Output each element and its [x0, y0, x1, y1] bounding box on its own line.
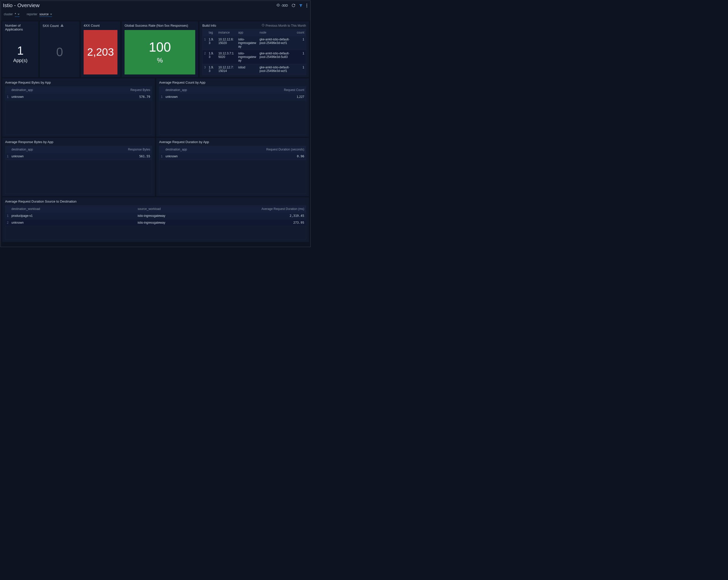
clock-icon [262, 24, 265, 27]
table-row[interactable]: 31.9.310.12.12.7:15014istiodgke-ankit-is… [203, 64, 306, 75]
req-duration-table-wrap[interactable]: destination_app Request Duration (second… [159, 146, 306, 194]
resp-bytes-table: destination_app Response Bytes 1unknown5… [5, 146, 152, 160]
col-dest-app[interactable]: destination_app [10, 146, 119, 153]
dashboard-frame: Istio - Overview -30D cluster * [1, 1, 311, 247]
src-dest-table-wrap[interactable]: destination_workload source_workload Ave… [5, 205, 306, 240]
header-actions: -30D [276, 3, 307, 8]
panel-build-subtitle: Previous Month to This Month [262, 24, 306, 27]
panel-success-title: Global Success Rate (Non 5xx Responses) [124, 24, 196, 27]
table-row[interactable]: 1unknown1,227 [159, 94, 306, 100]
col-node[interactable]: node [258, 29, 293, 36]
svg-rect-4 [62, 25, 62, 26]
table-row[interactable]: 1unknown0.96 [159, 153, 306, 160]
table-row[interactable]: 1unknown576.79 [5, 94, 152, 100]
time-range-label: -30D [281, 4, 288, 7]
panel-4xx-count[interactable]: 4XX Count 2,203 [81, 21, 120, 77]
req-count-table: destination_app Request Count 1unknown1,… [159, 87, 306, 100]
panel-req-duration-title: Average Request Duration by App [159, 140, 306, 144]
table-row[interactable]: 11.9.310.12.12.6:15020istio-ingressgatew… [203, 36, 306, 50]
panel-build-subtitle-text: Previous Month to This Month [266, 24, 306, 27]
table-row[interactable]: 1productpage-v1istio-ingressgateway2,319… [5, 212, 306, 219]
more-menu-button[interactable] [306, 4, 307, 7]
col-tag[interactable]: tag [207, 29, 217, 36]
table-row[interactable]: 2unknownistio-ingressgateway273.95 [5, 219, 306, 226]
panel-req-count[interactable]: Average Request Count by App destination… [156, 78, 309, 137]
page-title: Istio - Overview [3, 2, 276, 8]
panel-req-bytes-title: Average Request Bytes by App [5, 81, 152, 84]
panel-5xx-title-text: 5XX Count [43, 24, 59, 28]
panel-req-bytes[interactable]: Average Request Bytes by App destination… [2, 78, 155, 137]
req-duration-table: destination_app Request Duration (second… [159, 146, 306, 160]
table-row[interactable]: 1unknown561.55 [5, 153, 152, 160]
col-dest-app[interactable]: destination_app [164, 146, 260, 153]
panel-4xx-title: 4XX Count [83, 24, 119, 27]
panel-success-rate[interactable]: Global Success Rate (Non 5xx Responses) … [122, 21, 198, 77]
filter-cluster-label: cluster [4, 12, 13, 16]
refresh-button[interactable] [291, 4, 295, 7]
stat-app-count: 1 App(s) [5, 33, 35, 75]
src-dest-table: destination_workload source_workload Ave… [5, 206, 306, 226]
stat-app-count-value: 1 [17, 45, 24, 57]
row-req-metrics-2: Average Response Bytes by App destinatio… [2, 138, 309, 196]
col-instance[interactable]: instance [217, 29, 237, 36]
svg-point-2 [307, 5, 307, 6]
filter-reporter-label: reporter [27, 12, 37, 16]
table-row[interactable]: 21.9.310.12.3.7:15020istio-ingressgatewa… [203, 50, 306, 64]
table-row[interactable]: 41.9.310.12.3.6:15014istiodgke-ankit-ist… [203, 75, 306, 75]
stat-success-unit: % [157, 56, 163, 64]
dashboard-body: Number of Applications 1 App(s) 5XX Coun… [1, 21, 310, 242]
svg-point-1 [307, 4, 307, 4]
panel-5xx-count[interactable]: 5XX Count 0 [40, 21, 79, 77]
col-app[interactable]: app [237, 29, 258, 36]
req-bytes-table: destination_app Request Bytes 1unknown57… [5, 87, 152, 100]
panel-req-count-title: Average Request Count by App [159, 81, 306, 84]
panel-app-count[interactable]: Number of Applications 1 App(s) [2, 21, 38, 77]
panel-resp-bytes[interactable]: Average Response Bytes by App destinatio… [2, 138, 155, 196]
panel-src-dest-title: Average Request Duration Source to Desti… [5, 200, 306, 203]
stat-success-card: 100 % [125, 30, 195, 75]
col-req-bytes[interactable]: Request Bytes [119, 87, 152, 94]
time-range-picker[interactable]: -30D [276, 3, 288, 8]
resp-bytes-table-wrap[interactable]: destination_app Response Bytes 1unknown5… [5, 146, 152, 194]
stats-row: Number of Applications 1 App(s) 5XX Coun… [2, 21, 309, 77]
svg-point-3 [307, 6, 307, 7]
col-resp-bytes[interactable]: Response Bytes [119, 146, 152, 153]
filter-cluster-value[interactable]: * [15, 12, 20, 17]
row-src-dest: Average Request Duration Source to Desti… [2, 197, 309, 242]
col-avg-duration[interactable]: Average Request Duration (ms) [255, 206, 306, 212]
filter-reporter-value[interactable]: source [40, 12, 52, 17]
filter-cluster: cluster * [4, 12, 20, 17]
col-req-duration[interactable]: Request Duration (seconds) [260, 146, 306, 153]
stat-app-count-unit: App(s) [13, 58, 27, 63]
header-bar: Istio - Overview -30D [1, 1, 310, 9]
panel-src-dest[interactable]: Average Request Duration Source to Desti… [2, 197, 309, 242]
stat-5xx-value: 0 [56, 46, 63, 58]
panel-build-title: Build Info [202, 24, 216, 27]
stat-4xx-card: 2,203 [84, 30, 118, 75]
alert-icon [60, 24, 64, 28]
stat-4xx-value: 2,203 [87, 47, 114, 58]
filter-button[interactable] [299, 4, 303, 7]
filter-bar: cluster * reporter source [1, 9, 310, 20]
panel-req-duration[interactable]: Average Request Duration by App destinat… [156, 138, 309, 196]
stat-5xx: 0 [43, 29, 77, 75]
build-info-table: tag instance app node count 11.9.310.12.… [203, 29, 306, 75]
clock-back-icon [276, 3, 280, 8]
col-src-workload[interactable]: source_workload [136, 206, 255, 212]
filter-reporter: reporter source [27, 12, 52, 17]
panel-app-count-title: Number of Applications [5, 24, 35, 31]
panel-5xx-title: 5XX Count [43, 24, 77, 28]
col-idx [203, 29, 207, 36]
col-dest-app[interactable]: destination_app [164, 87, 273, 94]
col-dest-app[interactable]: destination_app [10, 87, 119, 94]
panel-build-info[interactable]: Build Info Previous Month to This Month … [200, 21, 309, 77]
stat-success-value: 100 [149, 40, 171, 54]
col-dest-workload[interactable]: destination_workload [10, 206, 136, 212]
req-count-table-wrap[interactable]: destination_app Request Count 1unknown1,… [159, 86, 306, 134]
row-req-metrics-1: Average Request Bytes by App destination… [2, 78, 309, 137]
req-bytes-table-wrap[interactable]: destination_app Request Bytes 1unknown57… [5, 86, 152, 134]
build-info-table-wrap[interactable]: tag instance app node count 11.9.310.12.… [202, 29, 306, 75]
col-req-count[interactable]: Request Count [273, 87, 306, 94]
col-count[interactable]: count [293, 29, 306, 36]
panel-resp-bytes-title: Average Response Bytes by App [5, 140, 152, 144]
